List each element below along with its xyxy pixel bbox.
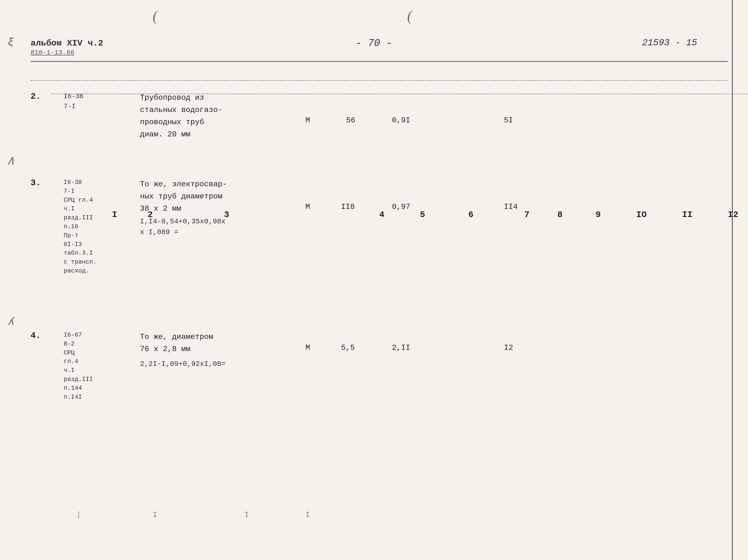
row4-unit: М <box>305 343 310 352</box>
col-header-12: I2 <box>728 210 738 220</box>
col-header-7: 7 <box>524 210 529 220</box>
row3-formula: I,I4-0,54+0,35x0,98x x I,089 = <box>140 216 226 238</box>
col-header-8: 8 <box>557 210 562 220</box>
bottom-mark-2: I <box>153 511 157 519</box>
col-header-11: II <box>682 210 693 220</box>
row4-code: I6-67 8-2 СРЦ гл.4 ч.I разд.III п.144 п.… <box>64 331 93 401</box>
row3-number: 3. <box>30 178 41 188</box>
margin-symbol-1: ξ <box>8 37 14 48</box>
row2-qty: 56 <box>346 116 355 125</box>
row4-number: 4. <box>30 331 41 340</box>
row3-description: То же, электросвар- ных труб диаметром 3… <box>140 178 227 215</box>
album-label: альбом XIV ч.2 <box>30 38 103 49</box>
margin-symbol-2: Ʌ <box>8 155 14 168</box>
header-section: альбом XIV ч.2 810-1-13.86 <box>30 38 103 56</box>
row2-number: 2. <box>30 92 41 101</box>
page-number: - 70 - <box>355 38 392 49</box>
header-rule <box>30 61 728 62</box>
margin-symbol-3: ʎ <box>8 316 14 328</box>
row3-code: I6-38 7-I СРЦ гл.4 ч.I разд.III п.16 Пр-… <box>64 178 97 275</box>
row3-qty: II8 <box>341 202 355 211</box>
col-headers-container: I 2 3 4 5 6 7 8 9 IO II I2 <box>81 145 738 159</box>
bottom-mark-1: | <box>76 511 81 519</box>
row4-qty: 5,5 <box>341 343 355 352</box>
doc-number: 21593 - 15 <box>642 38 697 48</box>
col-header-9: 9 <box>595 210 601 220</box>
row3-unit: М <box>305 202 310 211</box>
row2-unit: М <box>305 116 310 125</box>
row2-description: Трубопровод из стальных водогазо- провод… <box>140 92 223 141</box>
row2-code: I6-36 7-I <box>64 92 84 112</box>
row4-col8: I2 <box>504 343 513 352</box>
col-header-4: 4 <box>379 210 384 220</box>
album-subtitle: 810-1-13.86 <box>30 49 103 56</box>
curve-right: ( <box>407 8 412 24</box>
row3-coeff: 0,97 <box>392 202 410 211</box>
row4-coeff: 2,II <box>392 343 410 352</box>
album-title: альбом XIV ч.2 <box>30 39 103 48</box>
bottom-mark-3: I <box>244 511 249 519</box>
bottom-mark-4: I <box>305 511 310 519</box>
row3-col8: II4 <box>504 202 518 211</box>
row4-description: То же, диаметром 76 x 2,8 мм <box>140 331 213 355</box>
col-header-bottom-rule <box>30 80 728 81</box>
col-header-10: IO <box>636 210 647 220</box>
col-header-1: I <box>112 210 117 220</box>
curve-left: ( <box>153 8 158 24</box>
row2-coeff: 0,9I <box>392 116 410 125</box>
row4-formula: 2,2I-I,09+0,92xI,08= <box>140 359 226 369</box>
col-header-5: 5 <box>420 210 425 220</box>
col-header-6: 6 <box>468 210 473 220</box>
row2-col8: 5I <box>504 116 513 125</box>
page: ( ( ξ альбом XIV ч.2 810-1-13.86 - 70 - … <box>0 0 748 560</box>
